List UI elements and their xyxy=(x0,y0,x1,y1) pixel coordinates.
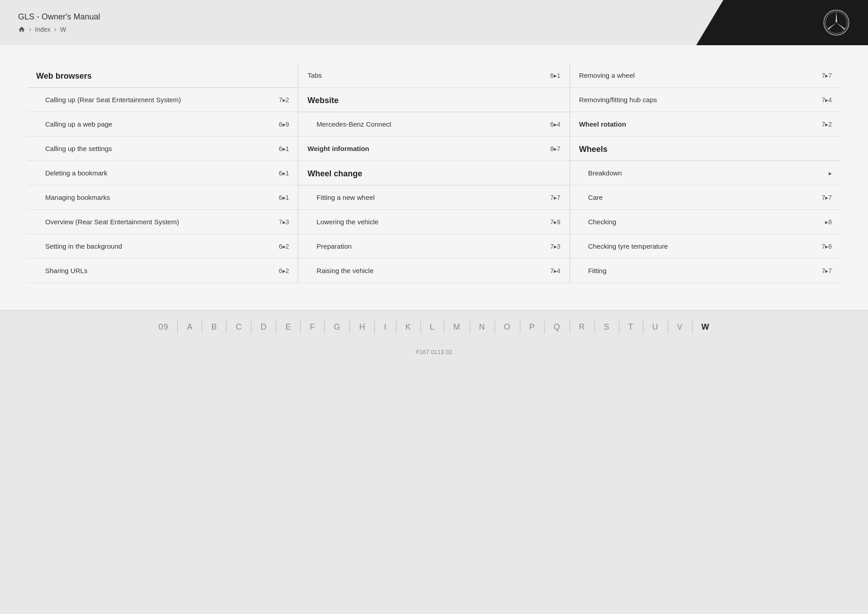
section-header: Wheels xyxy=(570,137,841,161)
alphabet-item-q[interactable]: Q xyxy=(545,321,570,334)
alphabet-item-t[interactable]: T xyxy=(619,321,643,334)
entry-label: Fitting xyxy=(588,266,816,275)
entry-label: Wheel rotation xyxy=(579,119,816,129)
list-item[interactable]: Setting in the background6▸2 xyxy=(27,234,298,259)
alphabet-item-b[interactable]: B xyxy=(202,321,226,334)
entry-label: Calling up the settings xyxy=(45,144,274,153)
entry-page: 6▸2 xyxy=(279,267,289,274)
entry-page: 7▸4 xyxy=(821,96,832,104)
entry-page: 7▸2 xyxy=(821,121,832,128)
alphabet-item-o[interactable]: O xyxy=(495,321,520,334)
entry-page: 7▸2 xyxy=(279,96,289,104)
breadcrumb: › Index › W xyxy=(18,25,678,33)
entry-label: Sharing URLs xyxy=(45,266,274,275)
list-item[interactable]: Lowering the vehicle7▸9 xyxy=(298,210,569,234)
entry-label: Removing a wheel xyxy=(579,71,816,80)
header: GLS - Owner's Manual › Index › W xyxy=(0,0,868,45)
list-item[interactable]: Calling up (Rear Seat Entertainment Syst… xyxy=(27,88,298,112)
list-item[interactable]: Tabs6▸1 xyxy=(298,63,569,88)
alphabet-item-l[interactable]: L xyxy=(421,321,444,334)
entry-page: 8▸7 xyxy=(550,145,561,152)
list-item[interactable]: Checking tyre temperature7▸6 xyxy=(570,234,841,259)
entry-label: Mercedes-Benz Connect xyxy=(316,119,545,129)
alphabet-item-k[interactable]: K xyxy=(396,321,421,334)
alphabet-item-c[interactable]: C xyxy=(226,321,251,334)
alphabet-item-09[interactable]: 09 xyxy=(149,321,178,334)
alphabet-item-g[interactable]: G xyxy=(325,321,350,334)
alphabet-item-v[interactable]: V xyxy=(668,321,693,334)
breadcrumb-index[interactable]: Index xyxy=(35,26,50,33)
entry-page: 6▸1 xyxy=(550,72,561,79)
header-logo-area xyxy=(696,0,868,45)
list-item[interactable]: Preparation7▸3 xyxy=(298,234,569,259)
doc-footer: F167 0113 02 xyxy=(0,344,868,360)
column-3: Removing a wheel7▸7Removing/fitting hub … xyxy=(570,63,841,283)
entry-label: Calling up a web page xyxy=(45,119,274,129)
alphabet-item-i[interactable]: I xyxy=(375,321,396,334)
alphabet-item-d[interactable]: D xyxy=(251,321,276,334)
entry-label: Tabs xyxy=(307,71,545,80)
list-item[interactable]: Calling up a web page6▸9 xyxy=(27,112,298,137)
entry-label: Breakdown xyxy=(588,168,823,178)
entry-page: ▸8 xyxy=(825,218,832,226)
entry-page: 7▸7 xyxy=(821,267,832,274)
entry-page: 6▸2 xyxy=(279,243,289,250)
list-item[interactable]: Deleting a bookmark6▸1 xyxy=(27,161,298,185)
entry-page: 7▸7 xyxy=(821,72,832,79)
entry-label: Lowering the vehicle xyxy=(316,217,545,227)
alphabet-item-a[interactable]: A xyxy=(178,321,202,334)
entry-page: 6▸4 xyxy=(550,121,561,128)
alphabet-item-e[interactable]: E xyxy=(276,321,301,334)
main-content: Web browsersCalling up (Rear Seat Entert… xyxy=(0,45,868,310)
entry-page: 7▸7 xyxy=(821,194,832,201)
entry-page: 7▸6 xyxy=(821,243,832,250)
entry-label: Removing/fitting hub caps xyxy=(579,95,816,104)
list-item[interactable]: Managing bookmarks6▸1 xyxy=(27,185,298,210)
list-item[interactable]: Raising the vehicle7▸4 xyxy=(298,259,569,283)
list-item[interactable]: Removing/fitting hub caps7▸4 xyxy=(570,88,841,112)
list-item[interactable]: Removing a wheel7▸7 xyxy=(570,63,841,88)
list-item[interactable]: Calling up the settings6▸1 xyxy=(27,137,298,161)
section-header: Web browsers xyxy=(27,63,298,88)
alphabet-item-f[interactable]: F xyxy=(301,321,325,334)
entry-label: Setting in the background xyxy=(45,241,274,251)
entry-page: 7▸3 xyxy=(279,218,289,226)
alphabet-item-m[interactable]: M xyxy=(444,321,470,334)
entry-label: Calling up (Rear Seat Entertainment Syst… xyxy=(45,95,274,104)
section-header-entry[interactable]: Wheel rotation7▸2 xyxy=(570,112,841,137)
alphabet-item-s[interactable]: S xyxy=(595,321,619,334)
entry-label: Checking tyre temperature xyxy=(588,241,816,251)
columns-wrapper: Web browsersCalling up (Rear Seat Entert… xyxy=(27,63,841,283)
list-item[interactable]: Fitting7▸7 xyxy=(570,259,841,283)
entry-page: 6▸9 xyxy=(279,121,289,128)
entry-label: Deleting a bookmark xyxy=(45,168,274,178)
entry-label: Checking xyxy=(588,217,820,227)
alphabet-footer: 09ABCDEFGHIKLMNOPQRSTUVW xyxy=(0,310,868,344)
list-item[interactable]: Sharing URLs6▸2 xyxy=(27,259,298,283)
list-item[interactable]: Mercedes-Benz Connect6▸4 xyxy=(298,112,569,137)
entry-label: Managing bookmarks xyxy=(45,193,274,202)
list-item[interactable]: Care7▸7 xyxy=(570,185,841,210)
list-item[interactable]: Overview (Rear Seat Entertainment System… xyxy=(27,210,298,234)
entry-page: ▸ xyxy=(829,170,832,177)
entry-label: Weight information xyxy=(307,144,545,153)
alphabet-item-n[interactable]: N xyxy=(470,321,495,334)
section-header-entry[interactable]: Weight information8▸7 xyxy=(298,137,569,161)
list-item[interactable]: Breakdown▸ xyxy=(570,161,841,185)
entry-label: Overview (Rear Seat Entertainment System… xyxy=(45,217,274,227)
alphabet-item-p[interactable]: P xyxy=(520,321,545,334)
alphabet-item-r[interactable]: R xyxy=(570,321,595,334)
entry-page: 6▸1 xyxy=(279,145,289,152)
list-item[interactable]: Checking▸8 xyxy=(570,210,841,234)
home-icon[interactable] xyxy=(18,26,25,33)
alphabet-item-w[interactable]: W xyxy=(693,321,719,334)
list-item[interactable]: Fitting a new wheel7▸7 xyxy=(298,185,569,210)
alphabet-item-h[interactable]: H xyxy=(350,321,375,334)
column-2: Tabs6▸1WebsiteMercedes-Benz Connect6▸4We… xyxy=(298,63,570,283)
breadcrumb-current: W xyxy=(60,26,66,33)
doc-id: F167 0113 02 xyxy=(416,349,452,355)
section-header: Website xyxy=(298,88,569,112)
entry-label: Raising the vehicle xyxy=(316,266,545,275)
entry-label: Care xyxy=(588,193,816,202)
alphabet-item-u[interactable]: U xyxy=(643,321,668,334)
